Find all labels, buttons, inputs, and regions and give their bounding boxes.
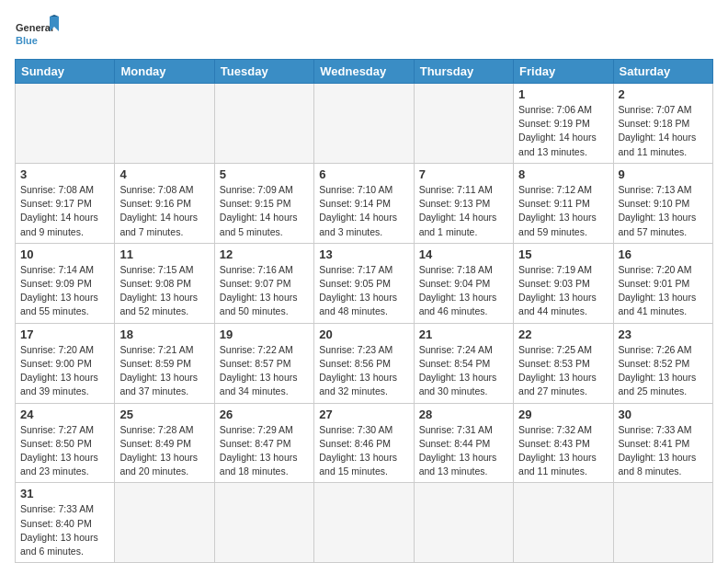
day-number: 26 (220, 408, 309, 421)
day-number: 22 (518, 327, 608, 341)
day-number: 23 (619, 327, 708, 341)
day-cell: 6Sunrise: 7:10 AM Sunset: 9:14 PM Daylig… (314, 163, 414, 243)
day-cell: 20Sunrise: 7:23 AM Sunset: 8:56 PM Dayli… (314, 323, 414, 403)
day-info: Sunrise: 7:13 AM Sunset: 9:10 PM Dayligh… (619, 183, 708, 239)
day-info: Sunrise: 7:12 AM Sunset: 9:11 PM Dayligh… (518, 183, 608, 239)
day-cell: 11Sunrise: 7:15 AM Sunset: 9:08 PM Dayli… (115, 243, 214, 323)
weekday-header-wednesday: Wednesday (314, 60, 414, 84)
day-info: Sunrise: 7:27 AM Sunset: 8:50 PM Dayligh… (20, 423, 109, 479)
weekday-header-saturday: Saturday (613, 60, 712, 84)
svg-text:General: General (16, 22, 53, 33)
day-info: Sunrise: 7:20 AM Sunset: 9:01 PM Dayligh… (619, 263, 708, 319)
day-info: Sunrise: 7:33 AM Sunset: 8:41 PM Dayligh… (619, 423, 708, 479)
day-info: Sunrise: 7:14 AM Sunset: 9:09 PM Dayligh… (20, 263, 109, 319)
day-cell: 24Sunrise: 7:27 AM Sunset: 8:50 PM Dayli… (16, 403, 115, 483)
day-number: 18 (119, 327, 209, 341)
day-info: Sunrise: 7:20 AM Sunset: 9:00 PM Dayligh… (20, 343, 109, 399)
day-info: Sunrise: 7:15 AM Sunset: 9:08 PM Dayligh… (119, 263, 209, 319)
calendar: SundayMondayTuesdayWednesdayThursdayFrid… (15, 59, 713, 563)
day-info: Sunrise: 7:10 AM Sunset: 9:14 PM Dayligh… (319, 183, 408, 239)
day-cell: 9Sunrise: 7:13 AM Sunset: 9:10 PM Daylig… (613, 163, 712, 243)
weekday-header-row: SundayMondayTuesdayWednesdayThursdayFrid… (16, 60, 713, 84)
day-number: 17 (20, 327, 109, 341)
day-cell: 22Sunrise: 7:25 AM Sunset: 8:53 PM Dayli… (514, 323, 613, 403)
day-info: Sunrise: 7:32 AM Sunset: 8:43 PM Dayligh… (518, 423, 608, 479)
day-info: Sunrise: 7:17 AM Sunset: 9:05 PM Dayligh… (319, 263, 408, 319)
day-number: 12 (220, 247, 309, 261)
logo: General Blue (15, 15, 61, 52)
day-cell: 25Sunrise: 7:28 AM Sunset: 8:49 PM Dayli… (115, 403, 214, 483)
day-number: 7 (419, 167, 508, 181)
day-cell (214, 84, 313, 164)
week-row-2: 3Sunrise: 7:08 AM Sunset: 9:17 PM Daylig… (16, 163, 713, 243)
day-number: 1 (518, 87, 608, 101)
day-cell: 19Sunrise: 7:22 AM Sunset: 8:57 PM Dayli… (214, 323, 313, 403)
weekday-header-sunday: Sunday (16, 60, 115, 84)
day-cell: 27Sunrise: 7:30 AM Sunset: 8:46 PM Dayli… (314, 403, 414, 483)
week-row-5: 24Sunrise: 7:27 AM Sunset: 8:50 PM Dayli… (16, 403, 713, 483)
day-cell: 21Sunrise: 7:24 AM Sunset: 8:54 PM Dayli… (414, 323, 513, 403)
day-number: 15 (518, 247, 608, 261)
header: General Blue (15, 15, 713, 52)
day-number: 4 (119, 167, 209, 181)
day-cell: 4Sunrise: 7:08 AM Sunset: 9:16 PM Daylig… (115, 163, 214, 243)
day-info: Sunrise: 7:08 AM Sunset: 9:17 PM Dayligh… (20, 183, 109, 239)
svg-text:Blue: Blue (16, 35, 38, 46)
day-number: 29 (518, 408, 608, 421)
day-info: Sunrise: 7:28 AM Sunset: 8:49 PM Dayligh… (119, 423, 209, 479)
day-info: Sunrise: 7:25 AM Sunset: 8:53 PM Dayligh… (518, 343, 608, 399)
day-info: Sunrise: 7:31 AM Sunset: 8:44 PM Dayligh… (419, 423, 508, 479)
day-number: 9 (619, 167, 708, 181)
day-number: 21 (419, 327, 508, 341)
day-info: Sunrise: 7:26 AM Sunset: 8:52 PM Dayligh… (619, 343, 708, 399)
day-number: 19 (220, 327, 309, 341)
day-number: 14 (419, 247, 508, 261)
day-info: Sunrise: 7:22 AM Sunset: 8:57 PM Dayligh… (220, 343, 309, 399)
day-number: 31 (20, 487, 109, 500)
day-number: 11 (119, 247, 209, 261)
week-row-3: 10Sunrise: 7:14 AM Sunset: 9:09 PM Dayli… (16, 243, 713, 323)
day-number: 6 (319, 167, 408, 181)
day-cell: 16Sunrise: 7:20 AM Sunset: 9:01 PM Dayli… (613, 243, 712, 323)
weekday-header-monday: Monday (115, 60, 214, 84)
day-cell: 3Sunrise: 7:08 AM Sunset: 9:17 PM Daylig… (16, 163, 115, 243)
day-number: 8 (518, 167, 608, 181)
day-number: 3 (20, 167, 109, 181)
day-info: Sunrise: 7:16 AM Sunset: 9:07 PM Dayligh… (220, 263, 309, 319)
weekday-header-thursday: Thursday (414, 60, 513, 84)
day-info: Sunrise: 7:24 AM Sunset: 8:54 PM Dayligh… (419, 343, 508, 399)
day-number: 24 (20, 408, 109, 421)
day-number: 25 (119, 408, 209, 421)
day-number: 5 (220, 167, 309, 181)
day-info: Sunrise: 7:18 AM Sunset: 9:04 PM Dayligh… (419, 263, 508, 319)
week-row-1: 1Sunrise: 7:06 AM Sunset: 9:19 PM Daylig… (16, 84, 713, 164)
day-cell (414, 483, 513, 563)
day-cell: 8Sunrise: 7:12 AM Sunset: 9:11 PM Daylig… (514, 163, 613, 243)
weekday-header-friday: Friday (514, 60, 613, 84)
day-cell (16, 84, 115, 164)
day-info: Sunrise: 7:21 AM Sunset: 8:59 PM Dayligh… (119, 343, 209, 399)
day-cell: 30Sunrise: 7:33 AM Sunset: 8:41 PM Dayli… (613, 403, 712, 483)
day-cell (314, 84, 414, 164)
day-info: Sunrise: 7:30 AM Sunset: 8:46 PM Dayligh… (319, 423, 408, 479)
day-cell: 18Sunrise: 7:21 AM Sunset: 8:59 PM Dayli… (115, 323, 214, 403)
day-number: 13 (319, 247, 408, 261)
day-info: Sunrise: 7:29 AM Sunset: 8:47 PM Dayligh… (220, 423, 309, 479)
day-info: Sunrise: 7:08 AM Sunset: 9:16 PM Dayligh… (119, 183, 209, 239)
day-info: Sunrise: 7:11 AM Sunset: 9:13 PM Dayligh… (419, 183, 508, 239)
day-cell: 28Sunrise: 7:31 AM Sunset: 8:44 PM Dayli… (414, 403, 513, 483)
day-info: Sunrise: 7:33 AM Sunset: 8:40 PM Dayligh… (20, 502, 109, 558)
day-cell: 12Sunrise: 7:16 AM Sunset: 9:07 PM Dayli… (214, 243, 313, 323)
day-cell (115, 483, 214, 563)
day-number: 27 (319, 408, 408, 421)
day-info: Sunrise: 7:19 AM Sunset: 9:03 PM Dayligh… (518, 263, 608, 319)
day-cell: 26Sunrise: 7:29 AM Sunset: 8:47 PM Dayli… (214, 403, 313, 483)
day-cell (115, 84, 214, 164)
week-row-6: 31Sunrise: 7:33 AM Sunset: 8:40 PM Dayli… (16, 483, 713, 563)
day-cell: 7Sunrise: 7:11 AM Sunset: 9:13 PM Daylig… (414, 163, 513, 243)
day-cell: 13Sunrise: 7:17 AM Sunset: 9:05 PM Dayli… (314, 243, 414, 323)
day-cell: 17Sunrise: 7:20 AM Sunset: 9:00 PM Dayli… (16, 323, 115, 403)
day-cell: 29Sunrise: 7:32 AM Sunset: 8:43 PM Dayli… (514, 403, 613, 483)
logo-svg: General Blue (15, 15, 61, 52)
day-number: 2 (619, 87, 708, 101)
